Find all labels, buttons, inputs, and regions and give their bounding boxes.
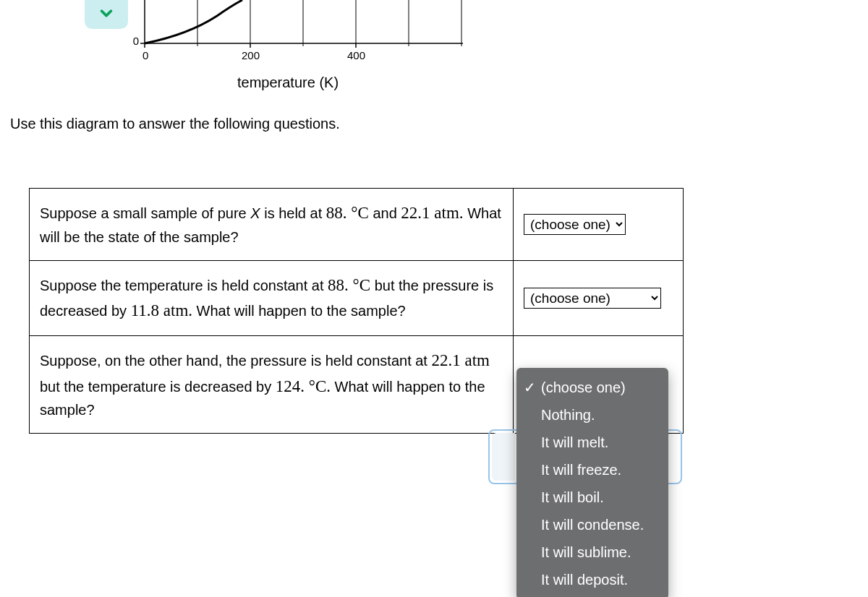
- q3-answer-dropdown[interactable]: (choose one) Nothing. It will melt. It w…: [516, 368, 668, 597]
- question-2-text: Suppose the temperature is held constant…: [30, 260, 514, 335]
- q2-unit1: °C: [349, 276, 370, 294]
- x-tick-200: 200: [242, 49, 260, 61]
- table-row: Suppose the temperature is held constant…: [30, 260, 684, 335]
- dropdown-option-deposit[interactable]: It will deposit.: [516, 566, 668, 593]
- q2-pre: Suppose the temperature is held constant…: [40, 278, 328, 293]
- question-3-text: Suppose, on the other hand, the pressure…: [30, 335, 514, 433]
- q3-mid: but the temperature is decreased by: [40, 379, 276, 395]
- table-row: Suppose a small sample of pure X is held…: [30, 189, 684, 261]
- x-tick-0: 0: [142, 49, 148, 61]
- q1-unit1: °C: [347, 204, 369, 222]
- q2-answer-select[interactable]: (choose one): [524, 288, 661, 309]
- q1-answer-select[interactable]: (choose one): [524, 214, 626, 235]
- q3-val1: 22.1: [431, 351, 460, 369]
- q1-val2: 22.1: [401, 204, 430, 222]
- y-tick-0: 0: [124, 35, 139, 47]
- q1-val1: 88.: [326, 204, 347, 222]
- q3-unit1: atm: [461, 351, 490, 369]
- phase-diagram-fragment: [130, 0, 470, 65]
- q1-mid2: and: [369, 205, 401, 221]
- q2-unit2: atm.: [159, 301, 192, 319]
- x-tick-400: 400: [347, 49, 365, 61]
- q2-post: What will happen to the sample?: [192, 303, 406, 319]
- collapse-button[interactable]: [85, 0, 128, 29]
- question-1-text: Suppose a small sample of pure X is held…: [30, 189, 514, 261]
- q3-pre: Suppose, on the other hand, the pressure…: [40, 353, 431, 369]
- dropdown-option-nothing[interactable]: Nothing.: [516, 401, 668, 429]
- dropdown-option-freeze[interactable]: It will freeze.: [516, 456, 668, 484]
- q2-val1: 88.: [328, 276, 349, 294]
- dropdown-option-sublime[interactable]: It will sublime.: [516, 538, 668, 566]
- chevron-down-icon: [98, 5, 114, 24]
- q2-val2: 11.8: [131, 301, 159, 319]
- q1-unit2: atm.: [430, 204, 464, 222]
- q1-mid1: is held at: [260, 205, 326, 221]
- q3-unit2: °C.: [305, 377, 331, 395]
- x-axis-title: temperature (K): [237, 74, 339, 91]
- dropdown-option-melt[interactable]: It will melt.: [516, 429, 668, 456]
- instruction-text: Use this diagram to answer the following…: [10, 116, 340, 132]
- q1-var: X: [250, 205, 260, 221]
- dropdown-option-condense[interactable]: It will condense.: [516, 511, 668, 538]
- dropdown-option-choose-one[interactable]: (choose one): [516, 374, 668, 401]
- q1-pre: Suppose a small sample of pure: [40, 205, 250, 221]
- dropdown-option-boil[interactable]: It will boil.: [516, 484, 668, 511]
- focused-control-inner: [492, 433, 515, 481]
- q3-val2: 124.: [276, 377, 305, 395]
